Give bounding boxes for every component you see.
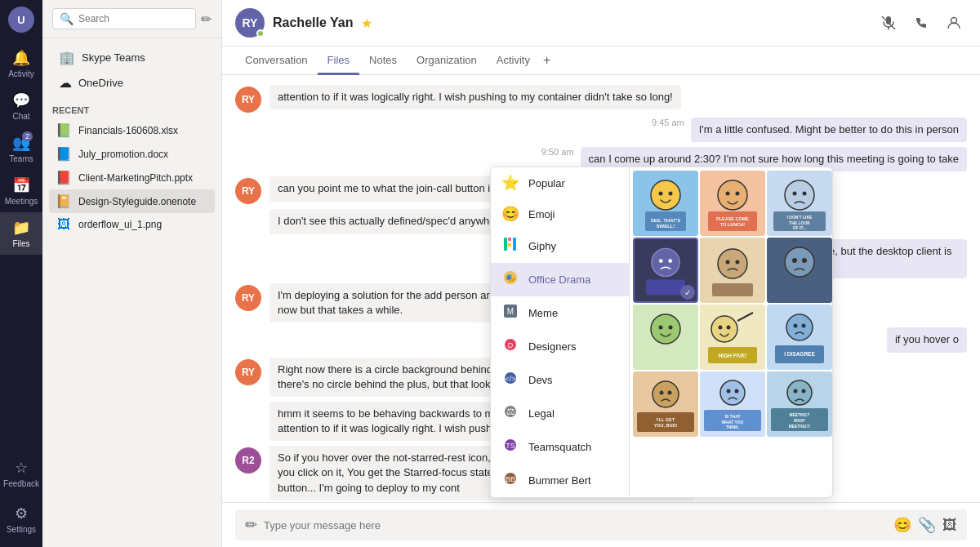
- msg-avatar: R2: [235, 447, 261, 474]
- sticker-cat-popular[interactable]: ⭐ Popular: [491, 167, 629, 198]
- sidebar: U 🔔 Activity 💬 Chat 👥 2 Teams 📅 Meetings…: [0, 0, 42, 547]
- sidebar-item-meetings[interactable]: 📅 Meetings: [0, 170, 42, 212]
- svg-point-65: [727, 326, 731, 330]
- meetings-icon: 📅: [12, 176, 30, 194]
- file-item-july-promo[interactable]: 📘 July_promotion.docx: [49, 142, 215, 166]
- tab-files[interactable]: Files: [318, 47, 359, 75]
- popular-icon: ⭐: [501, 174, 520, 192]
- chat-input-row: ✏ 😊 📎 🖼: [235, 509, 967, 540]
- svg-point-52: [736, 260, 740, 265]
- svg-point-72: [802, 324, 806, 328]
- attach-format-icon[interactable]: ✏: [245, 516, 257, 534]
- svg-text:PLEASE COME: PLEASE COME: [716, 216, 749, 221]
- sticker-item[interactable]: SEE, THAT'S SWELL!: [633, 171, 698, 236]
- sticker-grid-area: SEE, THAT'S SWELL! PLEASE COME TO LUNCH!: [630, 167, 832, 497]
- svg-point-32: [736, 192, 740, 196]
- file-item-financials[interactable]: 📗 Financials-160608.xlsx: [49, 118, 215, 142]
- sidebar-item-activity[interactable]: 🔔 Activity: [0, 42, 42, 85]
- search-input[interactable]: [78, 13, 189, 24]
- sticker-item[interactable]: IS THAT WHAT YOU THINK.: [700, 371, 765, 437]
- sticker-item[interactable]: [767, 238, 832, 303]
- search-area: 🔍 ✏: [42, 0, 221, 38]
- sidebar-item-files[interactable]: 📁 Files: [0, 212, 42, 255]
- nav-skype-teams[interactable]: 🏢 Skype Teams: [52, 45, 212, 70]
- giphy-icon: [501, 236, 520, 256]
- sticker-cat-office-drama[interactable]: 🎭 Office Drama: [491, 263, 629, 296]
- tab-conversation[interactable]: Conversation: [235, 47, 318, 75]
- file-name: orderflow_ui_1.png: [78, 219, 162, 230]
- mute-button[interactable]: [875, 10, 902, 36]
- sticker-cat-label: Legal: [528, 407, 555, 420]
- sticker-cat-emoji[interactable]: 😊 Emoji: [491, 198, 629, 229]
- sticker-cat-teamsquatch[interactable]: TS Teamsquatch: [491, 430, 629, 464]
- file-item-client-pitch[interactable]: 📕 Client-MarketingPitch.pptx: [49, 166, 215, 189]
- file-name: Financials-160608.xlsx: [78, 125, 178, 136]
- sidebar-item-teams[interactable]: 👥 2 Teams: [0, 127, 42, 170]
- sticker-cat-meme[interactable]: M Meme: [491, 296, 629, 330]
- svg-text:MEETING?!: MEETING?!: [789, 425, 811, 429]
- tab-add-button[interactable]: +: [540, 47, 554, 74]
- skype-teams-icon: 🏢: [59, 50, 75, 65]
- compose-icon[interactable]: ✏: [201, 11, 212, 27]
- sticker-button[interactable]: 🖼: [942, 517, 957, 534]
- sticker-item[interactable]: I DON'T LIKE THE LOOK OF IT...: [767, 171, 832, 236]
- sidebar-bottom: ☆ Feedback ⚙ Settings: [3, 452, 39, 540]
- emoji-button[interactable]: 😊: [893, 516, 911, 534]
- svg-text:WHAT: WHAT: [794, 419, 805, 423]
- feedback-label: Feedback: [3, 479, 39, 488]
- msg-avatar: RY: [235, 359, 261, 385]
- file-name: July_promotion.docx: [78, 149, 168, 160]
- svg-point-70: [786, 314, 813, 340]
- nav-onedrive[interactable]: ☁ OneDrive: [52, 70, 212, 96]
- svg-point-24: [659, 192, 663, 196]
- tab-organization[interactable]: Organization: [407, 47, 487, 75]
- sticker-item[interactable]: MEETING? WHAT MEETING?!: [767, 371, 832, 437]
- tab-notes[interactable]: Notes: [359, 47, 407, 75]
- sticker-cat-devs[interactable]: </> Devs: [491, 363, 629, 397]
- sticker-item[interactable]: [700, 238, 765, 303]
- sidebar-item-feedback[interactable]: ☆ Feedback: [3, 452, 39, 495]
- sticker-cat-legal[interactable]: ⚖ Legal: [491, 397, 629, 430]
- sidebar-item-settings[interactable]: ⚙ Settings: [3, 498, 39, 540]
- sticker-cat-designers[interactable]: D Designers: [491, 330, 629, 363]
- chat-main: RY Rachelle Yan ★ Conversation Files Not…: [222, 0, 980, 547]
- svg-text:THINK.: THINK.: [726, 425, 740, 429]
- search-box[interactable]: 🔍: [52, 8, 196, 29]
- svg-point-47: [668, 259, 672, 263]
- sticker-item[interactable]: HIGH FIVE!: [700, 305, 765, 370]
- attachment-button[interactable]: 📎: [918, 516, 936, 534]
- svg-text:D: D: [508, 341, 514, 349]
- sticker-cat-giphy[interactable]: Giphy: [491, 229, 629, 263]
- star-icon[interactable]: ★: [361, 16, 372, 31]
- call-button[interactable]: [908, 10, 934, 36]
- avatar[interactable]: U: [8, 7, 34, 33]
- svg-rect-48: [646, 279, 685, 295]
- sticker-item[interactable]: PLEASE COME TO LUNCH!: [700, 171, 765, 236]
- file-name: Client-MarketingPitch.pptx: [78, 172, 193, 184]
- sidebar-item-label: Teams: [9, 154, 33, 163]
- sticker-item[interactable]: I'LL GET YOU, BUD!: [633, 371, 698, 437]
- message-input[interactable]: [264, 519, 887, 531]
- settings-icon: ⚙: [15, 505, 28, 523]
- file-item-orderflow[interactable]: 🖼 orderflow_ui_1.png: [49, 213, 215, 236]
- sticker-item[interactable]: ✓: [633, 238, 698, 303]
- ppt-icon: 📕: [56, 170, 72, 185]
- file-item-design-guide[interactable]: 📔 Design-Styleguide.onenote: [49, 189, 215, 213]
- svg-point-55: [785, 247, 814, 277]
- sidebar-item-chat[interactable]: 💬 Chat: [0, 85, 42, 127]
- svg-text:SEE, THAT'S: SEE, THAT'S: [651, 218, 680, 223]
- sticker-cat-label: Devs: [528, 374, 553, 386]
- tab-activity[interactable]: Activity: [487, 47, 540, 75]
- profile-button[interactable]: [941, 10, 967, 36]
- svg-point-60: [659, 326, 663, 330]
- sticker-item[interactable]: I DISAGREE: [767, 305, 832, 370]
- bummer-bert-icon: BB: [501, 470, 520, 491]
- svg-point-76: [653, 381, 679, 407]
- sticker-cat-bummer-bert[interactable]: BB Bummer Bert: [491, 464, 629, 497]
- svg-point-77: [660, 391, 664, 395]
- files-icon: 📁: [12, 219, 30, 237]
- sticker-item[interactable]: [633, 305, 698, 370]
- nav-skype-teams-label: Skype Teams: [82, 51, 145, 64]
- sidebar-item-label: Activity: [8, 69, 34, 78]
- svg-point-59: [651, 314, 680, 344]
